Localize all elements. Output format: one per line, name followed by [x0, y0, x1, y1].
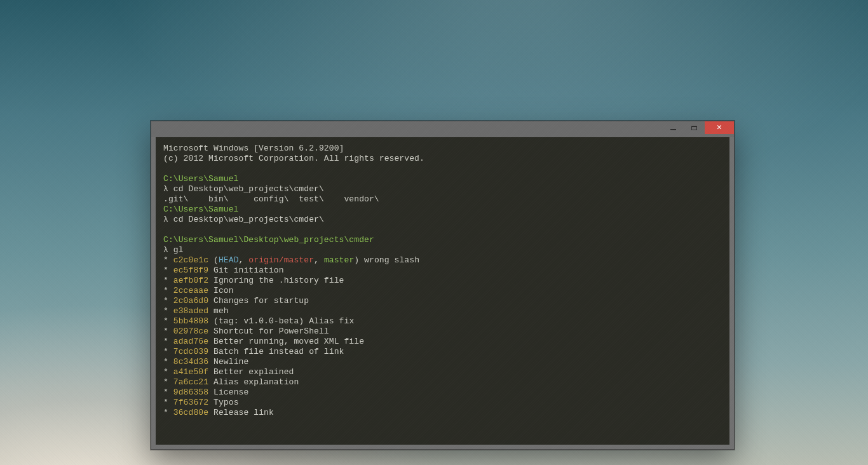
- git-log-line: * 7cdc039 Batch file instead of link: [163, 347, 722, 357]
- log-sep: ,: [239, 255, 249, 265]
- log-hash: e38aded: [173, 306, 208, 316]
- desktop-wallpaper: ✕ Microsoft Windows [Version 6.2.9200](c…: [0, 0, 868, 465]
- log-deco-open: (: [208, 255, 219, 265]
- log-master: master: [324, 255, 354, 265]
- window-titlebar[interactable]: ✕: [151, 121, 734, 137]
- log-msg: meh: [208, 306, 229, 316]
- minimize-button[interactable]: [663, 121, 684, 134]
- terminal-viewport[interactable]: Microsoft Windows [Version 6.2.9200](c) …: [156, 137, 729, 445]
- log-star: *: [163, 255, 168, 265]
- log-hash: adad76e: [173, 337, 208, 346]
- log-msg: Alias fix: [304, 316, 354, 326]
- git-log-line: * adad76e Better running, moved XML file: [163, 337, 722, 347]
- prompt-lambda: λ: [163, 184, 168, 194]
- prompt-path: C:\Users\Samuel\Desktop\web_projects\cmd…: [163, 235, 374, 245]
- git-log-line: * 2c0a6d0 Changes for startup: [163, 296, 722, 306]
- maximize-icon: [691, 126, 697, 130]
- maximize-button[interactable]: [684, 121, 705, 134]
- log-tag-open: (: [208, 316, 219, 326]
- git-log-line: * 9d86358 License: [163, 388, 722, 398]
- log-msg: Changes for startup: [208, 296, 309, 306]
- log-hash: ec5f8f9: [173, 266, 208, 275]
- log-msg: Batch file instead of link: [208, 347, 344, 356]
- log-msg: Ignoring the .history file: [208, 276, 344, 285]
- log-star: *: [163, 347, 168, 356]
- prompt-path: C:\Users\Samuel: [163, 174, 239, 184]
- blank-line: [163, 164, 722, 174]
- log-hash: 5bb4808: [173, 316, 208, 326]
- log-hash: c2c0e1c: [173, 255, 208, 265]
- log-star: *: [163, 367, 168, 377]
- log-head: HEAD: [219, 255, 239, 265]
- log-sep: ,: [314, 255, 324, 265]
- prompt-line: C:\Users\Samuel: [163, 205, 722, 215]
- log-star: *: [163, 266, 168, 275]
- command-line: λ gl: [163, 245, 722, 255]
- log-star: *: [163, 327, 168, 336]
- log-star: *: [163, 388, 168, 397]
- log-tag: tag: v1.0.0-beta: [219, 316, 299, 326]
- git-log-line: * 2cceaae Icon: [163, 286, 722, 296]
- log-msg: Icon: [208, 286, 234, 295]
- log-msg: Better running, moved XML file: [208, 337, 364, 346]
- log-hash: 7cdc039: [173, 347, 208, 356]
- close-icon: ✕: [717, 123, 722, 131]
- log-hash: 2c0a6d0: [173, 296, 208, 306]
- log-hash: 9d86358: [173, 388, 208, 397]
- git-log-line: * aefb0f2 Ignoring the .history file: [163, 276, 722, 286]
- git-log-line: * 5bb4808 (tag: v1.0.0-beta) Alias fix: [163, 316, 722, 327]
- log-msg: Typos: [208, 398, 238, 407]
- git-log-line: * 8c34d36 Newline: [163, 357, 722, 367]
- log-msg: Better explained: [208, 367, 294, 377]
- command-text: gl: [168, 245, 184, 255]
- banner-line: (c) 2012 Microsoft Corporation. All righ…: [163, 154, 722, 164]
- log-msg: Release link: [208, 408, 274, 417]
- git-log-line: * e38aded meh: [163, 306, 722, 316]
- log-hash: aefb0f2: [173, 276, 208, 285]
- git-log-line: * 36cd80e Release link: [163, 408, 722, 418]
- prompt-line: C:\Users\Samuel\Desktop\web_projects\cmd…: [163, 235, 722, 245]
- close-button[interactable]: ✕: [705, 121, 734, 134]
- prompt-lambda: λ: [163, 245, 168, 255]
- git-log-line: * c2c0e1c (HEAD, origin/master, master) …: [163, 255, 722, 266]
- git-log-line: * 7f63672 Typos: [163, 398, 722, 408]
- log-star: *: [163, 286, 168, 295]
- log-star: *: [163, 357, 168, 367]
- log-hash: 8c34d36: [173, 357, 208, 367]
- log-star: *: [163, 408, 168, 417]
- log-hash: a41e50f: [173, 367, 208, 377]
- minimize-icon: [670, 129, 676, 130]
- log-msg: Alias explanation: [208, 377, 299, 387]
- banner-line: Microsoft Windows [Version 6.2.9200]: [163, 144, 722, 154]
- git-log-line: * ec5f8f9 Git initiation: [163, 266, 722, 276]
- command-text: cd Desktop\web_projects\cmder\: [168, 184, 324, 194]
- log-msg: Newline: [208, 357, 248, 367]
- log-star: *: [163, 296, 168, 306]
- log-hash: 7f63672: [173, 398, 208, 407]
- command-line: λ cd Desktop\web_projects\cmder\: [163, 184, 722, 194]
- log-star: *: [163, 398, 168, 407]
- log-msg: Git initiation: [208, 266, 284, 275]
- log-origin: origin/master: [248, 255, 314, 265]
- terminal-window: ✕ Microsoft Windows [Version 6.2.9200](c…: [151, 121, 735, 450]
- log-hash: 2cceaae: [173, 286, 208, 295]
- log-hash: 7a6cc21: [173, 377, 208, 387]
- log-star: *: [163, 316, 168, 326]
- log-star: *: [163, 306, 168, 316]
- completion-row: .git\ bin\ config\ test\ vendor\: [163, 194, 722, 205]
- prompt-lambda: λ: [163, 215, 168, 224]
- command-line: λ cd Desktop\web_projects\cmder\: [163, 215, 722, 225]
- git-log-line: * 02978ce Shortcut for PowerShell: [163, 327, 722, 337]
- log-star: *: [163, 337, 168, 346]
- command-text: cd Desktop\web_projects\cmder\: [168, 215, 324, 224]
- prompt-path: C:\Users\Samuel: [163, 205, 239, 214]
- log-star: *: [163, 377, 168, 387]
- log-msg: License: [208, 388, 248, 397]
- log-hash: 36cd80e: [173, 408, 208, 417]
- git-log-line: * 7a6cc21 Alias explanation: [163, 377, 722, 388]
- blank-line: [163, 225, 722, 235]
- log-msg: Shortcut for PowerShell: [208, 327, 329, 336]
- log-star: *: [163, 276, 168, 285]
- log-msg: wrong slash: [359, 255, 419, 265]
- log-hash: 02978ce: [173, 327, 208, 336]
